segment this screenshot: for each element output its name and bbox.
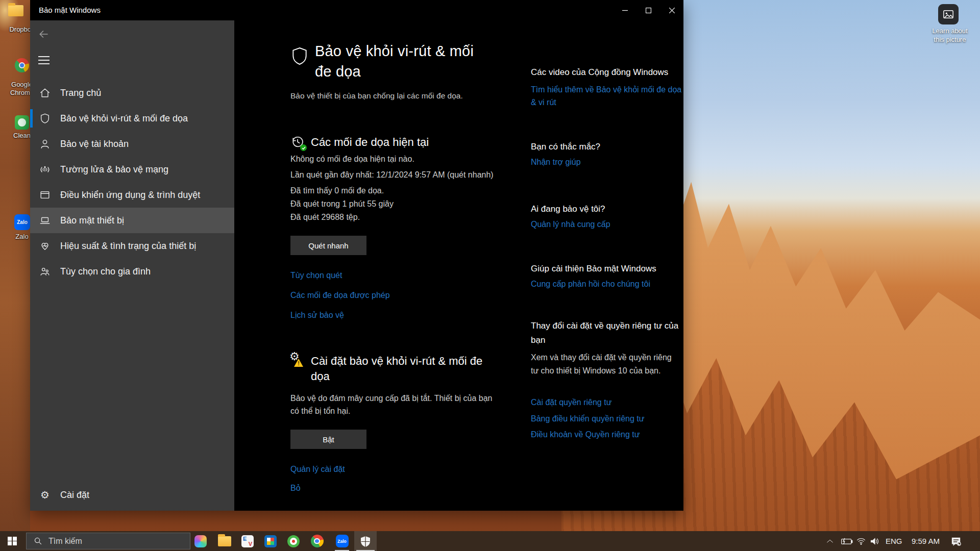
- tray-wifi[interactable]: [856, 531, 866, 551]
- learn-about-picture-button[interactable]: [938, 4, 959, 24]
- give-feedback-link[interactable]: Cung cấp phản hồi cho chúng tôi: [531, 278, 684, 290]
- start-button[interactable]: [0, 531, 24, 551]
- laptop-icon: [39, 214, 51, 227]
- enable-button[interactable]: Bật: [290, 430, 366, 449]
- windows-security-shield-icon: [359, 535, 372, 547]
- chrome-icon: [15, 58, 29, 72]
- taskbar-windows-security-button[interactable]: [354, 531, 377, 551]
- desktop-icon-chrome[interactable]: [15, 58, 29, 72]
- manage-providers-link[interactable]: Quản lý nhà cung cấp: [531, 218, 684, 231]
- taskbar-coccoc-button[interactable]: [282, 531, 305, 551]
- tray-volume[interactable]: [870, 531, 880, 551]
- aside-improve-heading: Giúp cải thiện Bảo mật Windows: [531, 263, 694, 274]
- back-button[interactable]: [37, 28, 51, 43]
- sidebar-item-settings[interactable]: ⚙ Cài đặt: [30, 482, 234, 508]
- wifi-icon: [856, 537, 866, 545]
- back-arrow-icon: [37, 28, 51, 41]
- allowed-threats-link[interactable]: Các mối đe dọa được phép: [290, 291, 390, 300]
- search-input[interactable]: [48, 537, 161, 546]
- get-help-link[interactable]: Nhận trợ giúp: [531, 156, 684, 168]
- protection-history-link[interactable]: Lịch sử bảo vệ: [290, 311, 344, 320]
- tray-show-hidden-icons[interactable]: [826, 531, 834, 551]
- ok-check-badge: [300, 144, 307, 151]
- threat-status-line: Không có mối đe dọa hiện tại nào.: [290, 155, 498, 164]
- learn-more-threat-link[interactable]: Tìm hiểu thêm về Bảo vệ khỏi mối đe dọa …: [531, 83, 684, 109]
- zalo-icon: Zalo: [336, 535, 349, 547]
- coccoc-icon: [287, 535, 300, 547]
- battery-charging-icon: [840, 537, 853, 545]
- quick-scan-button[interactable]: Quét nhanh: [290, 236, 366, 255]
- sidebar-item-label: Trang chủ: [60, 88, 101, 98]
- dismiss-link[interactable]: Bỏ: [290, 484, 301, 493]
- family-icon: [39, 265, 51, 278]
- sidebar-item-device-health[interactable]: Hiệu suất & tình trạng của thiết bị: [30, 233, 234, 259]
- heart-health-icon: [39, 240, 51, 252]
- scan-options-link[interactable]: Tùy chọn quét: [290, 271, 342, 280]
- network-signal-icon: [39, 163, 51, 176]
- sidebar-item-family[interactable]: Tùy chọn cho gia đình: [30, 259, 234, 284]
- privacy-settings-link[interactable]: Cài đặt quyền riêng tư: [531, 396, 684, 409]
- tray-action-center[interactable]: [950, 531, 962, 551]
- taskbar-evkey-button[interactable]: EV: [236, 531, 259, 551]
- sidebar-item-firewall[interactable]: Tường lửa & bảo vệ mạng: [30, 157, 234, 182]
- manage-settings-link[interactable]: Quản lý cài đặt: [290, 465, 345, 474]
- person-icon: [39, 138, 51, 150]
- desktop-screen: Dropbox Google Chrome Clean Zalo Zalo Le…: [0, 0, 980, 551]
- desktop-icon-zalo[interactable]: Zalo: [14, 214, 30, 230]
- speaker-icon: [870, 537, 880, 546]
- sidebar-item-label: Tường lửa & bảo vệ mạng: [60, 164, 168, 175]
- taskbar-store-button[interactable]: [259, 531, 282, 551]
- sidebar-item-label: Bảo mật thiết bị: [60, 215, 124, 226]
- action-center-icon: [950, 536, 962, 546]
- sidebar-item-home[interactable]: Trang chủ: [30, 80, 234, 106]
- sidebar-item-account[interactable]: Bảo vệ tài khoản: [30, 131, 234, 157]
- privacy-dashboard-link[interactable]: Bảng điều khiển quyền riêng tư: [531, 412, 684, 425]
- sidebar-item-label: Cài đặt: [60, 490, 89, 500]
- title-bar: Bảo mật Windows: [30, 0, 683, 20]
- sidebar-item-label: Bảo vệ tài khoản: [60, 139, 129, 149]
- taskbar-search[interactable]: [26, 533, 190, 549]
- taskbar-copilot-button[interactable]: [189, 531, 212, 551]
- taskbar: EV Zalo: [0, 531, 980, 551]
- sidebar-item-virus-threat[interactable]: Bảo vệ khỏi vi-rút & mối đe dọa: [30, 106, 234, 131]
- taskbar-file-explorer-button[interactable]: [213, 531, 236, 551]
- picture-icon: [943, 9, 954, 20]
- sidebar-item-device-security[interactable]: Bảo mật thiết bị: [30, 208, 234, 233]
- close-icon: [669, 8, 675, 13]
- zalo-icon: Zalo: [14, 214, 30, 230]
- aside-videos-heading: Các video của Cộng đồng Windows: [531, 66, 694, 78]
- sidebar-item-label: Bảo vệ khỏi vi-rút & mối đe dọa: [60, 113, 188, 124]
- main-content: Bảo vệ khỏi vi-rút & mối đe dọa Bảo vệ t…: [234, 20, 683, 511]
- settings-warning-icon: ⚙ !: [290, 353, 306, 368]
- scan-history-icon: [290, 135, 306, 150]
- current-threats-heading: Các mối đe dọa hiện tại: [311, 136, 429, 149]
- sidebar-item-app-browser[interactable]: Điều khiển ứng dụng & trình duyệt: [30, 182, 234, 208]
- minimize-icon: [622, 8, 628, 13]
- window-title: Bảo mật Windows: [39, 6, 101, 14]
- copilot-icon: [194, 535, 207, 547]
- clock-time: 9:59 AM: [912, 537, 940, 545]
- threats-found-line: Đã tìm thấy 0 mối đe dọa.: [290, 186, 498, 195]
- chrome-icon: [311, 535, 324, 547]
- maximize-button[interactable]: [636, 0, 660, 20]
- chevron-up-icon: [826, 537, 834, 545]
- sidebar-item-label: Tùy chọn cho gia đình: [60, 266, 151, 277]
- minimize-button[interactable]: [613, 0, 636, 20]
- protection-settings-heading: Cài đặt bảo vệ khỏi vi-rút & mối đe dọa: [311, 354, 487, 384]
- taskbar-chrome-button[interactable]: [306, 531, 328, 551]
- close-button[interactable]: [660, 0, 683, 20]
- home-icon: [39, 87, 51, 99]
- tray-battery[interactable]: [840, 531, 853, 551]
- taskbar-zalo-button[interactable]: Zalo: [331, 531, 353, 551]
- dropbox-icon: [8, 5, 23, 16]
- tray-language[interactable]: ENG: [886, 531, 902, 551]
- tray-clock[interactable]: 9:59 AM: [912, 531, 940, 551]
- privacy-statement-link[interactable]: Điều khoản về Quyền riêng tư: [531, 428, 684, 441]
- desktop-icon-clean[interactable]: [15, 115, 29, 130]
- menu-button[interactable]: [38, 56, 50, 64]
- windows-logo-icon: [8, 537, 17, 546]
- desktop-icon-dropbox[interactable]: [8, 5, 23, 16]
- page-subtitle: Bảo vệ thiết bị của bạn chống lại các mố…: [290, 91, 463, 101]
- cloud-protection-warning: Bảo vệ do đám mây cung cấp đã bị tắt. Th…: [290, 392, 497, 417]
- files-scanned-line: Đã quét 29688 tệp.: [290, 213, 498, 222]
